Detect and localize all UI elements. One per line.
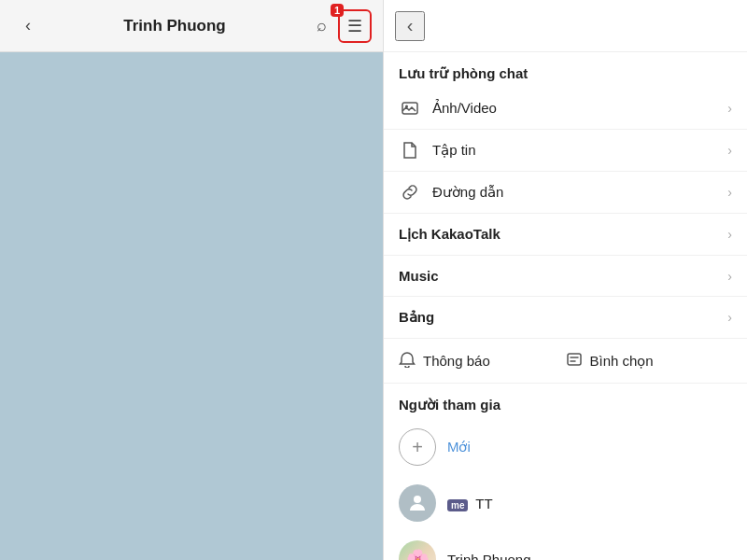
- notification-icon: [399, 351, 416, 371]
- participants-header: Người tham gia: [384, 384, 747, 419]
- add-avatar: +: [399, 428, 436, 466]
- bang-item[interactable]: Bảng ›: [384, 297, 747, 339]
- add-new-label: Mới: [447, 439, 732, 455]
- trinh-avatar: 🌸: [399, 540, 436, 560]
- search-icon: ⌕: [317, 16, 327, 35]
- right-back-button[interactable]: ‹: [395, 11, 425, 41]
- left-content: [0, 52, 383, 560]
- chevron-icon: ›: [727, 143, 732, 158]
- back-icon: ‹: [25, 16, 31, 35]
- file-item[interactable]: Tập tin ›: [384, 130, 747, 172]
- link-icon: [399, 184, 421, 201]
- svg-rect-2: [568, 354, 581, 365]
- music-item[interactable]: Music ›: [384, 256, 747, 297]
- page-title: Trinh Phuong: [45, 17, 304, 35]
- me-badge: me: [447, 499, 468, 511]
- chevron-icon: ›: [727, 269, 732, 284]
- chevron-icon: ›: [727, 185, 732, 200]
- lich-label: Lịch KakaoTalk: [399, 226, 727, 243]
- left-header: ‹ Trinh Phuong ⌕ 1 ☰: [0, 0, 383, 52]
- svg-point-1: [405, 105, 408, 108]
- right-panel: ‹ Lưu trữ phòng chat Ảnh/Video › Tập tin…: [383, 0, 747, 560]
- music-label: Music: [399, 268, 727, 284]
- link-item[interactable]: Đường dẫn ›: [384, 172, 747, 214]
- back-button[interactable]: ‹: [11, 9, 45, 43]
- file-icon: [399, 142, 421, 159]
- file-label: Tập tin: [432, 142, 727, 159]
- tt-avatar: [399, 484, 436, 522]
- svg-point-3: [414, 496, 421, 503]
- right-back-icon: ‹: [407, 15, 414, 36]
- add-participant-item[interactable]: + Mới: [384, 419, 747, 475]
- participant-tt[interactable]: me TT: [384, 475, 747, 531]
- menu-button[interactable]: 1 ☰: [338, 9, 372, 43]
- bang-label: Bảng: [399, 309, 727, 326]
- vote-label: Bình chọn: [590, 353, 654, 370]
- photo-video-label: Ảnh/Video: [432, 100, 727, 117]
- link-label: Đường dẫn: [432, 184, 727, 201]
- photo-video-item[interactable]: Ảnh/Video ›: [384, 88, 747, 130]
- lich-item[interactable]: Lịch KakaoTalk ›: [384, 214, 747, 256]
- chevron-icon: ›: [727, 227, 732, 242]
- photo-video-icon: [399, 101, 421, 116]
- left-panel: ‹ Trinh Phuong ⌕ 1 ☰: [0, 0, 383, 560]
- storage-section-header: Lưu trữ phòng chat: [384, 52, 747, 88]
- chevron-icon: ›: [727, 310, 732, 325]
- trinh-name: Trinh Phuong: [447, 552, 732, 561]
- tt-name: me TT: [447, 496, 732, 511]
- menu-badge: 1: [331, 4, 344, 17]
- right-header: ‹: [384, 0, 747, 52]
- menu-list: Lưu trữ phòng chat Ảnh/Video › Tập tin ›…: [384, 52, 747, 560]
- hamburger-icon: ☰: [347, 16, 362, 36]
- vote-icon: [566, 351, 583, 371]
- chevron-icon: ›: [727, 101, 732, 116]
- notification-vote-row[interactable]: Thông báo Bình chọn: [384, 339, 747, 384]
- notification-item: Thông báo: [399, 351, 566, 371]
- vote-item: Bình chọn: [566, 351, 733, 371]
- notification-label: Thông báo: [423, 353, 490, 369]
- participant-trinh[interactable]: 🌸 Trinh Phuong: [384, 531, 747, 560]
